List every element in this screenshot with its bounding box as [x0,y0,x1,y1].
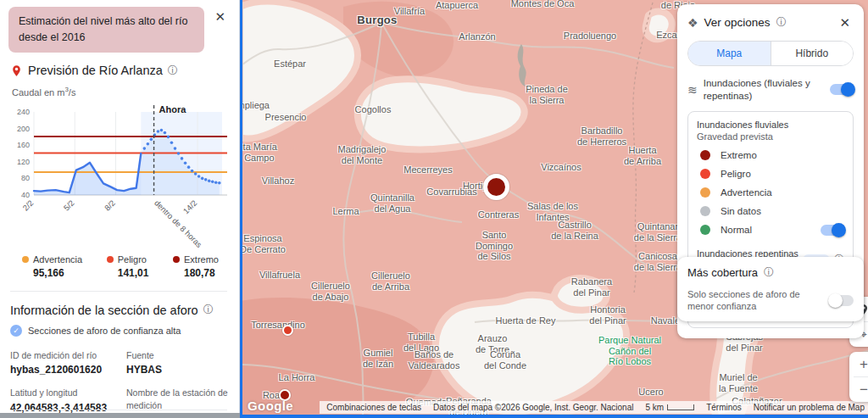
close-banner-button[interactable]: ✕ [211,7,229,26]
map-label: La Horra [279,372,315,383]
forecast-sidebar: Estimación del nivel más alto del río de… [0,0,240,418]
map-label: Atapuerca [436,0,478,10]
zoom-out-button[interactable]: − [849,377,868,402]
map-label: Barbadillode Herreros [577,125,626,147]
map-label: Quintanarde la Sierra [634,221,682,242]
panel-header: ❖ Ver opciones ⓘ ✕ [687,13,854,32]
map-data-text: Datos del mapa ©2026 Google, Inst. Geogr… [433,403,633,412]
legend-value: 180,78 [184,267,219,279]
floods-master-toggle-row: ≋ Inundaciones (fluviales y repentinas) [687,77,854,103]
keyboard-shortcuts-link[interactable]: Combinaciones de teclas [326,403,421,412]
field-label: Nombre de la estación de medición [126,387,229,410]
field-label: Latitud y longitud [10,387,113,398]
chart-svg: 4080120160200240Ahora2/25/28/2dentro de … [8,98,233,226]
gauge-section-title: Información de la sección de aforo [10,304,198,317]
map-label: Coruñadel Conde [484,349,526,371]
report-problem-link[interactable]: Notificar un problema de Map [754,403,865,412]
divider [10,291,227,292]
field-label: Fuente [126,349,229,361]
legend-value: 95,166 [33,267,82,279]
severity-row: Sin datos [697,206,844,216]
map-label: Quintanilladel Agua [370,192,415,214]
page-title: Previsión de Río Arlanza [28,64,163,77]
svg-text:8/2: 8/2 [103,198,117,213]
svg-text:120: 120 [17,158,30,166]
map-label: Hontoriadel Pinar [589,304,626,326]
map-label: Castrillode la Reina [551,220,598,241]
svg-text:Ahora: Ahora [159,104,187,114]
map-label: Ucero [638,387,663,398]
map-type-tabs: MapaHíbrido [687,41,854,66]
tab-mapa[interactable]: Mapa [688,42,771,65]
legend-dot [107,256,114,263]
discharge-chart: 4080120160200240Ahora2/25/28/2dentro de … [8,98,229,226]
info-icon[interactable]: ⓘ [764,265,774,280]
severity-row: Peligro [697,169,844,179]
legend-label-row: Extremo [173,254,219,265]
close-panel-button[interactable]: ✕ [836,13,854,32]
gauge-fields: ID de medición del ríohybas_2120601620Fu… [10,349,229,418]
severity-label: Sin datos [721,206,844,216]
floods-toggle[interactable] [830,84,854,95]
legend-item: Advertencia95,166 [22,254,82,279]
info-icon[interactable]: ⓘ [203,303,214,317]
map-label: Villahoz [262,176,294,187]
severity-label: Normal [721,225,810,235]
field-value: 42,064583,-3,414583 [10,402,113,414]
coverage-card: Más cobertura ⓘ Solo secciones de aforo … [677,257,864,321]
map-label: Madrigalejodel Monte [338,144,387,165]
zoom-in-button[interactable]: + [849,352,868,376]
severity-dot [700,169,710,179]
flood-hub-app: de RiojaBurgosVillafríaAtapuercaMontes d… [0,0,868,418]
master-toggle-label: Inundaciones (fluviales y repentinas) [704,77,824,103]
field-label: ID de medición del río [10,349,113,361]
map-label: Burgos [357,14,397,27]
panel-title: Ver opciones [704,16,771,29]
severity-row: Extremo [697,150,844,160]
sidebar-scrollbar[interactable] [0,413,240,418]
divider [12,410,227,410]
map-label: Muriel dela Fuente [719,372,758,393]
terms-link[interactable]: Términos [706,403,742,412]
svg-text:5/2: 5/2 [62,198,76,213]
map-label: Gumielde Izán [363,348,393,369]
normal-toggle[interactable] [821,225,844,236]
info-icon[interactable]: ⓘ [168,64,178,78]
map-scale: 5 km [645,403,694,412]
map-label: Lerma [332,206,359,217]
legend-label: Advertencia [33,254,82,265]
legend-dot [22,256,29,263]
severity-row: Normal [697,225,844,236]
map-label: Pineda dela Sierra [526,84,568,105]
legend-item: Extremo180,78 [173,254,219,279]
fluvial-title: Inundaciones fluviales [697,120,844,130]
legend-label-row: Advertencia [22,254,82,265]
coverage-toggle-row: Solo secciones de aforo de menor confian… [687,288,854,313]
coverage-toggle-label: Solo secciones de aforo de menor confian… [687,288,823,313]
map-label: Villafría [394,6,425,17]
map-focus-border-bottom [240,415,868,418]
tab-híbrido[interactable]: Híbrido [771,42,854,65]
confidence-label: Secciones de aforo de confianza alta [28,326,181,336]
legend-label-row: Peligro [107,254,149,265]
info-icon[interactable]: ⓘ [776,15,787,30]
chart-unit-label: Caudal en m3/s [12,86,229,98]
map-label: Cogollos [355,104,392,115]
severity-label: Peligro [721,169,844,179]
alert-banner: Estimación del nivel más alto del río de… [8,7,204,53]
map-label: Villafruela [259,270,300,281]
scale-label: 5 km [645,403,664,412]
map-label: Baños deValdearados [409,349,460,371]
map-focus-border-left [240,0,242,418]
selected-gauge-marker[interactable] [483,174,509,200]
coverage-toggle[interactable] [830,295,854,306]
severity-row: Advertencia [697,187,844,198]
map-label: Cilleruelode Abajo [311,281,350,302]
gauge-marker[interactable] [282,325,293,336]
map-label: Arlanzón [459,31,495,42]
map-label: EspinosaDe Cerrato [240,233,286,254]
map-label: Presencio [265,112,307,123]
map-label: Mecerreyes [403,164,452,176]
map-label: Pradoluengo [564,31,616,42]
map-label: SantoDomingode Silos [476,230,513,262]
